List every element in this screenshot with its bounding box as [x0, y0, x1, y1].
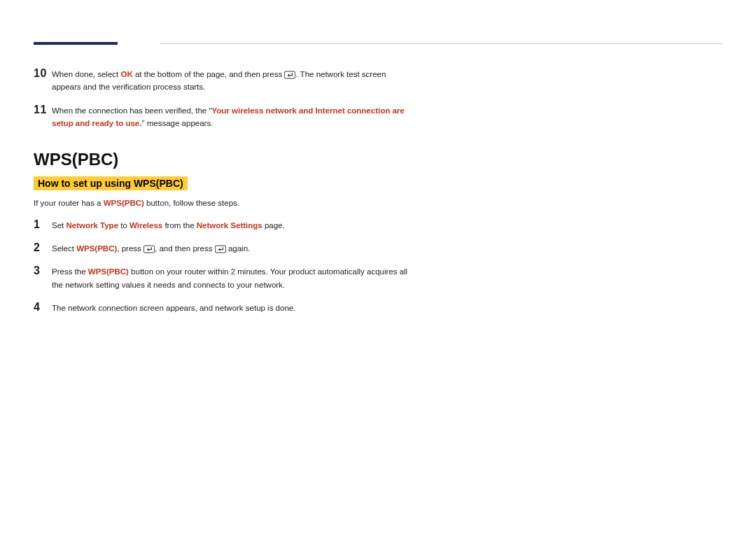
step-number: 4 [34, 301, 52, 314]
header-rule-line [160, 43, 722, 44]
step-list-b: 1Set Network Type to Wireless from the N… [34, 218, 722, 315]
heading-2: How to set up using WPS(PBC) [34, 176, 188, 190]
step-item: 4The network connection screen appears, … [34, 301, 722, 314]
step-body: Set Network Type to Wireless from the Ne… [52, 218, 416, 232]
step-body: When the connection has been verified, t… [52, 104, 416, 130]
highlight-text: Network Settings [197, 221, 262, 230]
step-item: 10When done, select OK at the bottom of … [34, 67, 722, 94]
step-item: 2Select WPS(PBC), press , and then press… [34, 241, 722, 255]
step-number: 3 [34, 265, 52, 277]
highlight-text: OK [120, 70, 132, 78]
step-number: 11 [34, 104, 52, 116]
heading-1: WPS(PBC) [34, 150, 722, 169]
intro-text: If your router has a WPS(PBC) button, fo… [34, 199, 722, 207]
highlight-text: WPS(PBC) [104, 199, 144, 207]
enter-icon [284, 71, 295, 79]
page: 10When done, select OK at the bottom of … [0, 0, 756, 315]
step-body: The network connection screen appears, a… [52, 301, 416, 314]
highlight-text: Network Type [66, 221, 118, 230]
enter-icon [144, 245, 155, 253]
highlight-text: Your wireless network and Internet conne… [52, 106, 405, 127]
step-number: 10 [34, 67, 52, 80]
svg-rect-2 [215, 246, 225, 253]
step-body: Select WPS(PBC), press , and then press … [52, 241, 416, 255]
step-body: When done, select OK at the bottom of th… [52, 67, 416, 94]
highlight-text: Wireless [130, 221, 162, 230]
step-number: 1 [34, 218, 52, 231]
svg-rect-1 [144, 246, 154, 253]
svg-rect-0 [285, 71, 295, 78]
step-item: 11When the connection has been verified,… [34, 104, 722, 130]
highlight-text: WPS(PBC) [88, 267, 129, 276]
step-body: Press the WPS(PBC) button on your router… [52, 265, 416, 291]
enter-icon [215, 245, 226, 253]
step-number: 2 [34, 241, 52, 254]
header-rule [34, 34, 722, 48]
step-list-a: 10When done, select OK at the bottom of … [34, 67, 722, 130]
step-item: 1Set Network Type to Wireless from the N… [34, 218, 722, 232]
header-rule-accent [34, 42, 118, 45]
highlight-text: WPS(PBC) [76, 244, 117, 253]
step-item: 3Press the WPS(PBC) button on your route… [34, 265, 722, 291]
